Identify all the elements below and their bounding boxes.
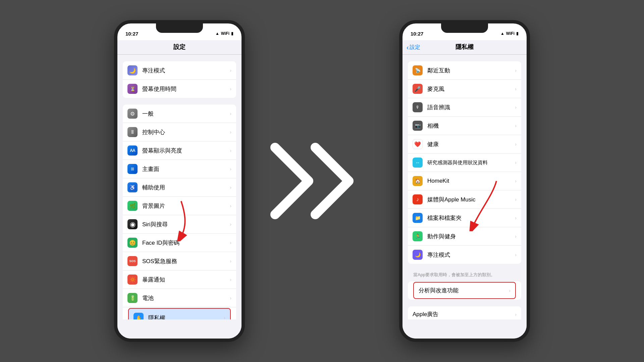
row-speech[interactable]: 🎙 語音辨識 › — [408, 98, 521, 117]
fitness-icon: 🏃 — [413, 231, 423, 241]
phone-notch-right — [441, 23, 488, 33]
section-note: 當App要求取用時，會被加至上方的類別。 — [402, 270, 527, 281]
battery-icon: ▮ — [231, 31, 233, 36]
section-group-2: ⚙ 一般 › 🎛 控制中心 › AA 螢幕顯示與亮度 › — [123, 105, 236, 319]
scene: 10:27 ▲ WiFi ▮ 設定 🌙 專注模式 › — [0, 0, 644, 362]
phone-right: 10:27 ▲ WiFi ▮ ‹ 設定 隱私權 📡 鄰近互動 — [399, 20, 530, 342]
nav-back-right[interactable]: ‹ 設定 — [407, 44, 420, 51]
row-exposure[interactable]: 🔆 暴露通知 › — [123, 270, 236, 289]
status-icons-right: ▲ WiFi ▮ — [500, 31, 519, 36]
homekit-label: HomeKit — [427, 178, 515, 184]
row-files[interactable]: 📁 檔案和檔案夾 › — [408, 209, 521, 227]
section-group-1: 🌙 專注模式 › ⏳ 螢幕使用時間 › — [123, 61, 236, 98]
mic-label: 麥克風 — [427, 85, 515, 93]
analysis-label: 分析與改進功能 — [419, 287, 509, 294]
row-privacy[interactable]: ✋ 隱私權 › — [128, 308, 231, 319]
row-apple-ads[interactable]: Apple廣告 › — [408, 306, 521, 319]
faceid-label: Face ID與密碼 — [142, 239, 230, 247]
focus-chevron: › — [230, 68, 231, 73]
home-icon: ⊞ — [127, 164, 138, 174]
mic-icon: 🎤 — [413, 84, 423, 94]
wallpaper-label: 背景圖片 — [142, 202, 230, 210]
row-research[interactable]: ↔ 研究感測器與使用狀況資料 › — [408, 154, 521, 172]
wifi-icon-r: WiFi — [506, 31, 515, 36]
settings-scroll-left[interactable]: 🌙 專注模式 › ⏳ 螢幕使用時間 › ⚙ 一般 › — [117, 55, 241, 319]
row-siri[interactable]: ◉ Siri與搜尋 › — [123, 215, 236, 234]
camera-icon: 📷 — [413, 121, 423, 131]
screen-time-chevron: › — [230, 86, 231, 92]
focus-right-label: 專注模式 — [427, 251, 515, 259]
signal-icon-r: ▲ — [500, 31, 504, 36]
nav-bar-left: 設定 — [117, 40, 241, 55]
health-label: 健康 — [427, 140, 515, 148]
exposure-label: 暴露通知 — [142, 276, 230, 284]
files-label: 檔案和檔案夾 — [427, 214, 515, 222]
row-music[interactable]: ♪ 媒體與Apple Music › — [408, 190, 521, 209]
status-time-right: 10:27 — [411, 31, 423, 37]
screen-time-icon: ⏳ — [127, 84, 138, 94]
nearby-label: 鄰近互動 — [427, 67, 515, 74]
focus-right-icon: 🌙 — [413, 250, 423, 260]
health-icon: ❤️ — [413, 139, 423, 149]
accessibility-label: 輔助使用 — [142, 184, 230, 191]
row-sos[interactable]: SOS SOS緊急服務 › — [123, 252, 236, 270]
row-nearby[interactable]: 📡 鄰近互動 › — [408, 61, 521, 80]
general-label: 一般 — [142, 110, 230, 118]
phone-left: 10:27 ▲ WiFi ▮ 設定 🌙 專注模式 › — [114, 20, 245, 342]
control-label: 控制中心 — [142, 128, 230, 136]
row-focus[interactable]: 🌙 專注模式 › — [123, 61, 236, 80]
row-fitness[interactable]: 🏃 動作與健身 › — [408, 227, 521, 246]
signal-icon: ▲ — [215, 31, 219, 36]
settings-scroll-right[interactable]: 📡 鄰近互動 › 🎤 麥克風 › 🎙 語音辨識 › — [402, 55, 527, 319]
exposure-icon: 🔆 — [127, 275, 138, 285]
speech-label: 語音辨識 — [427, 104, 515, 111]
fitness-label: 動作與健身 — [427, 233, 515, 240]
accessibility-icon: ♿ — [127, 182, 138, 192]
status-time-left: 10:27 — [125, 31, 138, 37]
camera-label: 相機 — [427, 122, 515, 130]
sos-icon: SOS — [127, 256, 138, 266]
row-accessibility[interactable]: ♿ 輔助使用 › — [123, 178, 236, 197]
double-chevron — [265, 137, 379, 225]
analysis-section-group: 分析與改進功能 › — [408, 281, 521, 300]
row-camera[interactable]: 📷 相機 › — [408, 117, 521, 135]
privacy-label: 隱私權 — [148, 314, 224, 320]
siri-icon: ◉ — [127, 219, 138, 229]
focus-label: 專注模式 — [142, 67, 230, 74]
phone-screen-right: ‹ 設定 隱私權 📡 鄰近互動 › 🎤 麥克風 › — [402, 40, 527, 339]
sos-label: SOS緊急服務 — [142, 257, 230, 265]
home-label: 主畫面 — [142, 165, 230, 173]
research-icon: ↔ — [413, 158, 423, 168]
row-home[interactable]: ⊞ 主畫面 › — [123, 160, 236, 178]
general-icon: ⚙ — [127, 109, 138, 119]
row-general[interactable]: ⚙ 一般 › — [123, 105, 236, 123]
homekit-icon: 🏠 — [413, 176, 423, 186]
phone-notch-left — [156, 23, 203, 33]
back-label: 設定 — [410, 44, 420, 51]
status-icons-left: ▲ WiFi ▮ — [215, 31, 233, 36]
battery-icon-left: 🔋 — [127, 293, 138, 303]
row-display[interactable]: AA 螢幕顯示與亮度 › — [123, 141, 236, 160]
music-icon: ♪ — [413, 194, 423, 204]
apple-ads-label: Apple廣告 — [413, 310, 515, 318]
row-control[interactable]: 🎛 控制中心 › — [123, 123, 236, 141]
row-health[interactable]: ❤️ 健康 › — [408, 135, 521, 154]
phone-screen-left: 設定 🌙 專注模式 › ⏳ 螢幕使用時間 › — [117, 40, 241, 339]
control-icon: 🎛 — [127, 127, 138, 137]
row-wallpaper[interactable]: 🌿 背景圖片 › — [123, 197, 236, 215]
row-mic[interactable]: 🎤 麥克風 › — [408, 80, 521, 98]
nav-title-right: 隱私權 — [455, 43, 474, 51]
row-faceid[interactable]: 😊 Face ID與密碼 › — [123, 234, 236, 252]
speech-icon: 🎙 — [413, 102, 423, 112]
row-screen-time[interactable]: ⏳ 螢幕使用時間 › — [123, 80, 236, 98]
focus-icon: 🌙 — [127, 65, 138, 75]
row-analysis[interactable]: 分析與改進功能 › — [413, 282, 516, 299]
battery-label: 電池 — [142, 294, 230, 302]
music-label: 媒體與Apple Music — [427, 196, 515, 203]
row-focus-right[interactable]: 🌙 專注模式 › — [408, 246, 521, 264]
faceid-icon: 😊 — [127, 238, 138, 248]
row-homekit[interactable]: 🏠 HomeKit › — [408, 172, 521, 190]
privacy-icon: ✋ — [133, 313, 144, 319]
ads-section-group: Apple廣告 › — [408, 306, 521, 319]
row-battery[interactable]: 🔋 電池 › — [123, 289, 236, 307]
